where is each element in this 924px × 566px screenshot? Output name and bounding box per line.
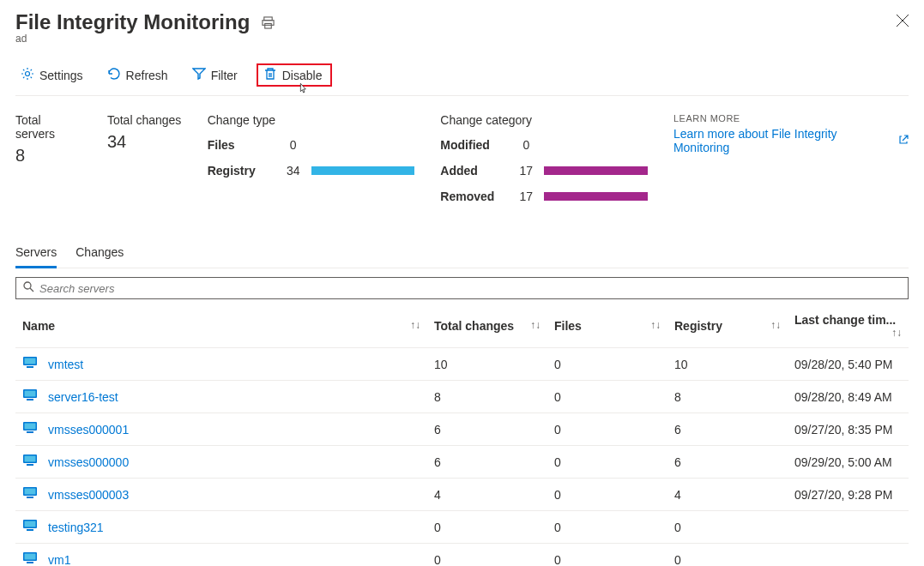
server-name-link[interactable]: vmtest: [48, 358, 83, 371]
removed-value: 17: [513, 190, 539, 203]
svg-rect-13: [27, 399, 33, 400]
refresh-button[interactable]: Refresh: [102, 63, 173, 87]
svg-rect-27: [25, 554, 36, 560]
monitor-icon: [22, 551, 38, 566]
search-box[interactable]: [15, 277, 909, 299]
tab-changes[interactable]: Changes: [75, 238, 124, 268]
total-servers-value: 8: [15, 146, 82, 166]
servers-table: Name↑↓ Total changes↑↓ Files↑↓ Registry↑…: [15, 304, 909, 566]
svg-rect-18: [25, 456, 36, 462]
svg-rect-12: [25, 391, 36, 397]
table-row: server16-test80809/28/20, 8:49 AM: [15, 381, 909, 413]
gear-icon: [21, 67, 34, 83]
learn-more-link[interactable]: Learn more about File Integrity Monitori…: [673, 127, 909, 154]
total-changes-value: 34: [107, 132, 182, 152]
cell-files: 0: [547, 413, 667, 446]
col-name[interactable]: Name↑↓: [15, 304, 427, 348]
change-type-label: Change type: [208, 113, 415, 127]
close-button[interactable]: [897, 10, 909, 29]
svg-rect-10: [27, 366, 33, 368]
svg-rect-2: [265, 23, 272, 28]
monitor-icon: [22, 388, 38, 406]
server-name-link[interactable]: vmsses000001: [48, 423, 129, 437]
cell-time: [788, 511, 909, 544]
table-row: vmsses00000160609/27/20, 8:35 PM: [15, 413, 909, 446]
page-title: File Integrity Monitoring: [15, 10, 275, 34]
settings-label: Settings: [39, 69, 83, 82]
change-category-label: Change category: [440, 113, 648, 127]
cell-registry: 6: [667, 446, 788, 479]
server-name-link[interactable]: vmsses000000: [48, 455, 129, 469]
sort-icon: ↑↓: [410, 319, 420, 331]
stats-panel: Total servers 8 Total changes 34 Change …: [15, 113, 909, 209]
print-icon[interactable]: [262, 16, 275, 32]
svg-rect-22: [27, 497, 33, 498]
cell-registry: 10: [667, 348, 788, 381]
svg-rect-16: [27, 431, 33, 433]
svg-rect-9: [25, 358, 36, 364]
col-total-changes[interactable]: Total changes↑↓: [427, 304, 547, 348]
svg-rect-28: [27, 562, 33, 563]
subtitle: ad: [15, 33, 275, 45]
server-name-link[interactable]: testing321: [48, 521, 104, 534]
table-row: vmtest1001009/28/20, 5:40 PM: [15, 348, 909, 381]
cell-time: 09/28/20, 5:40 PM: [788, 348, 909, 381]
toolbar: Settings Refresh Filter Disable: [15, 63, 909, 96]
server-name-link[interactable]: vmsses000003: [48, 488, 129, 502]
sort-icon: ↑↓: [650, 319, 661, 331]
table-row: vmsses00000340409/27/20, 9:28 PM: [15, 479, 909, 511]
added-label: Added: [440, 164, 513, 178]
table-row: testing321000: [15, 511, 909, 544]
server-name-link[interactable]: server16-test: [48, 390, 118, 404]
tab-servers[interactable]: Servers: [15, 238, 57, 268]
trash-icon: [263, 67, 277, 83]
svg-line-7: [30, 288, 33, 292]
cell-total: 10: [427, 348, 547, 381]
cell-time: 09/27/20, 9:28 PM: [788, 479, 909, 511]
cell-total: 6: [427, 446, 547, 479]
tabs: Servers Changes: [15, 238, 909, 268]
search-icon: [23, 281, 34, 295]
removed-label: Removed: [440, 190, 513, 203]
cell-time: 09/28/20, 8:49 AM: [788, 381, 909, 413]
cell-total: 0: [427, 511, 547, 544]
search-input[interactable]: [39, 282, 901, 295]
cell-total: 6: [427, 413, 547, 446]
table-row: vmsses00000060609/29/20, 5:00 AM: [15, 446, 909, 479]
cell-files: 0: [547, 446, 667, 479]
cell-files: 0: [547, 544, 667, 567]
col-last-change[interactable]: Last change tim...↑↓: [788, 304, 909, 348]
cell-total: 4: [427, 479, 547, 511]
cell-files: 0: [547, 511, 667, 544]
svg-rect-25: [27, 529, 33, 531]
added-bar: [544, 166, 648, 175]
filter-button[interactable]: Filter: [187, 63, 243, 87]
learn-more-heading: LEARN MORE: [673, 113, 909, 123]
col-registry[interactable]: Registry↑↓: [667, 304, 788, 348]
registry-value: 34: [281, 164, 306, 178]
external-link-icon: [898, 135, 909, 148]
added-value: 17: [513, 164, 539, 178]
cell-files: 0: [547, 381, 667, 413]
settings-button[interactable]: Settings: [15, 63, 88, 87]
refresh-label: Refresh: [126, 69, 168, 82]
cell-time: [788, 544, 909, 567]
cell-total: 8: [427, 381, 547, 413]
cell-registry: 8: [667, 381, 788, 413]
monitor-icon: [22, 355, 38, 373]
cell-registry: 0: [667, 511, 788, 544]
disable-button[interactable]: Disable: [257, 63, 333, 87]
filter-label: Filter: [211, 69, 238, 82]
cell-registry: 0: [667, 544, 788, 567]
sort-icon: ↑↓: [770, 319, 781, 331]
monitor-icon: [22, 453, 38, 471]
svg-rect-24: [25, 521, 36, 527]
cursor-icon: [296, 82, 310, 96]
col-files[interactable]: Files↑↓: [547, 304, 667, 348]
removed-bar: [544, 192, 648, 201]
server-name-link[interactable]: vm1: [48, 553, 70, 567]
svg-rect-21: [25, 489, 36, 495]
registry-bar: [311, 166, 415, 175]
cell-time: 09/27/20, 8:35 PM: [788, 413, 909, 446]
svg-rect-19: [27, 464, 33, 466]
